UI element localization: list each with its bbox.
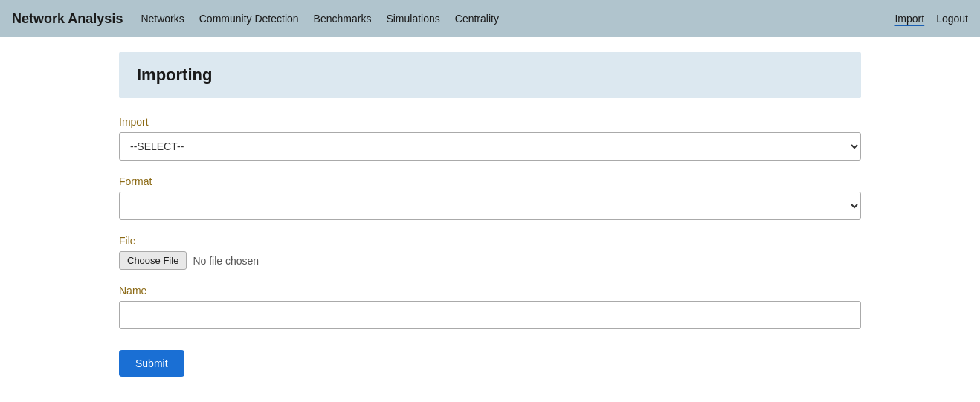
page-header: Importing: [119, 52, 861, 98]
navbar: Network Analysis Networks Community Dete…: [0, 0, 980, 37]
nav-link-simulations[interactable]: Simulations: [386, 13, 439, 25]
import-group: Import --SELECT--: [119, 116, 861, 161]
nav-link-community-detection[interactable]: Community Detection: [199, 13, 299, 25]
nav-link-benchmarks[interactable]: Benchmarks: [314, 13, 372, 25]
name-group: Name: [119, 285, 861, 329]
import-select[interactable]: --SELECT--: [119, 132, 861, 161]
file-input-wrapper: Choose File No file chosen: [119, 251, 861, 270]
nav-link-centrality[interactable]: Centrality: [455, 13, 499, 25]
nav-link-logout[interactable]: Logout: [936, 13, 968, 25]
name-label: Name: [119, 285, 861, 296]
format-label: Format: [119, 175, 861, 187]
no-file-text: No file chosen: [193, 255, 259, 267]
nav-link-networks[interactable]: Networks: [141, 13, 184, 25]
navbar-links: Networks Community Detection Benchmarks …: [141, 13, 894, 25]
submit-button[interactable]: Submit: [119, 350, 184, 377]
file-group: File Choose File No file chosen: [119, 235, 861, 270]
file-label: File: [119, 235, 861, 247]
choose-file-button[interactable]: Choose File: [119, 251, 187, 270]
name-input[interactable]: [119, 301, 861, 329]
navbar-brand: Network Analysis: [12, 11, 123, 27]
format-select[interactable]: [119, 192, 861, 220]
import-label: Import: [119, 116, 861, 128]
main-content: Importing Import --SELECT-- Format File …: [0, 37, 980, 392]
nav-link-import[interactable]: Import: [894, 13, 924, 25]
page-title: Importing: [137, 65, 843, 85]
import-form: Import --SELECT-- Format File Choose Fil…: [119, 116, 861, 377]
format-group: Format: [119, 175, 861, 220]
navbar-right: Import Logout: [894, 13, 968, 25]
